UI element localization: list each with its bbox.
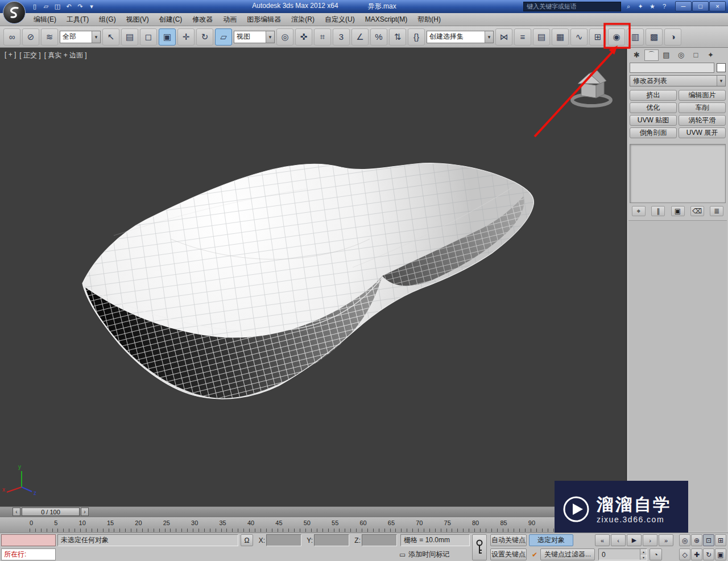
menu-graph-editors[interactable]: 图形编辑器 — [242, 13, 286, 26]
schematic-view-icon[interactable]: ⊞ — [589, 28, 606, 46]
go-to-end-icon[interactable]: » — [659, 534, 673, 546]
show-end-result-icon[interactable]: ∥ — [651, 206, 665, 216]
snaps-toggle-icon[interactable]: 3 — [333, 28, 350, 46]
lathe-button[interactable]: 车削 — [679, 102, 726, 113]
use-pivot-point-center-icon[interactable]: ◎ — [276, 28, 293, 46]
coord-y-field[interactable] — [314, 534, 349, 546]
minimize-button[interactable]: ─ — [675, 1, 692, 11]
menu-modifiers[interactable]: 修改器 — [187, 13, 218, 26]
redo-icon[interactable]: ↷ — [75, 2, 85, 11]
perspective-viewport[interactable]: [ + ] [ 正交 ] [ 真实 + 边面 ] — [0, 48, 627, 506]
coord-z-field[interactable] — [362, 534, 397, 546]
spinner-up-icon[interactable]: ▴ — [640, 549, 647, 555]
coord-x-field[interactable] — [266, 534, 301, 546]
menu-help[interactable]: 帮助(H) — [412, 13, 446, 26]
render-setup-icon[interactable]: ▥ — [627, 28, 644, 46]
close-button[interactable]: × — [709, 1, 726, 11]
menu-create[interactable]: 创建(C) — [154, 13, 188, 26]
pan-view-icon[interactable]: ✚ — [691, 548, 702, 560]
object-name-field[interactable] — [630, 63, 714, 73]
keyboard-shortcut-override-icon[interactable]: ⌗ — [314, 28, 331, 46]
optimize-button[interactable]: 优化 — [630, 102, 677, 113]
menu-customize[interactable]: 自定义(U) — [320, 13, 360, 26]
open-file-icon[interactable]: ▱ — [41, 2, 51, 11]
tab-hierarchy[interactable]: ▤ — [659, 50, 673, 61]
graphite-modeling-tools-icon[interactable]: ▦ — [552, 28, 569, 46]
tab-motion[interactable]: ◎ — [674, 50, 688, 61]
zoom-all-icon[interactable]: ⊕ — [691, 534, 702, 546]
select-object-icon[interactable]: ↖ — [102, 28, 119, 46]
viewcube-home-icon[interactable] — [572, 71, 611, 106]
selection-filter-dropdown[interactable]: 全部 ▾ — [60, 31, 101, 43]
select-and-move-icon[interactable]: ✛ — [177, 28, 195, 46]
mirror-icon[interactable]: ⋈ — [495, 28, 512, 46]
next-frame-icon[interactable]: › — [643, 534, 657, 546]
rectangular-selection-region-icon[interactable]: ◻ — [140, 28, 157, 46]
reference-coordinate-system-dropdown[interactable]: 视图 ▾ — [234, 31, 275, 43]
tab-modify[interactable]: ⌒ — [644, 50, 659, 61]
select-and-scale-icon[interactable]: ▱ — [215, 28, 232, 46]
select-and-link-icon[interactable]: ∞ — [3, 28, 20, 46]
edit-patch-button[interactable]: 编辑面片 — [679, 90, 726, 101]
menu-views[interactable]: 视图(V) — [121, 13, 154, 26]
go-to-start-icon[interactable]: « — [595, 534, 610, 546]
zoom-extents-all-icon[interactable]: ⊞ — [715, 534, 726, 546]
object-color-swatch[interactable] — [717, 63, 726, 72]
previous-frame-slider-button[interactable]: ‹ — [13, 508, 20, 516]
set-key-button[interactable] — [472, 534, 487, 560]
extrude-button[interactable]: 挤出 — [630, 90, 677, 101]
tab-display[interactable]: □ — [689, 50, 703, 61]
angle-snap-toggle-icon[interactable]: ∠ — [351, 28, 369, 46]
material-editor-icon[interactable]: ◉ — [608, 28, 625, 46]
spinner-snap-toggle-icon[interactable]: ⇅ — [389, 28, 406, 46]
maxscript-mini-listener-bottom[interactable]: 所在行: — [1, 548, 56, 560]
menu-edit[interactable]: 编辑(E) — [28, 13, 61, 26]
previous-frame-icon[interactable]: ‹ — [611, 534, 626, 546]
bevel-profile-button[interactable]: 倒角剖面 — [630, 127, 677, 138]
uvw-unwrap-button[interactable]: UVW 展开 — [679, 127, 726, 138]
turbosmooth-button[interactable]: 涡轮平滑 — [679, 115, 726, 126]
help-icon[interactable]: ? — [659, 2, 669, 11]
menu-rendering[interactable]: 渲染(R) — [286, 13, 320, 26]
zoom-region-icon[interactable]: ◇ — [679, 548, 690, 560]
key-filters-button[interactable]: 关键点过滤器... — [540, 548, 595, 560]
new-scene-icon[interactable]: ▯ — [30, 2, 40, 11]
time-slider-handle[interactable]: 0 / 100 — [22, 508, 80, 516]
set-keys-button[interactable]: 设置关键点 — [490, 548, 527, 560]
modifier-list-dropdown[interactable]: 修改器列表 ▾ — [630, 75, 726, 86]
3dsmax-logo[interactable] — [3, 1, 26, 24]
current-frame-field[interactable]: 0 ▴ ▾ — [598, 548, 647, 560]
uvw-map-button[interactable]: UVW 贴图 — [630, 115, 677, 126]
modifier-stack-list[interactable] — [630, 144, 726, 203]
save-file-icon[interactable]: ◫ — [52, 2, 63, 11]
maximize-button[interactable]: □ — [692, 1, 709, 11]
favorites-icon[interactable]: ★ — [647, 2, 657, 11]
menu-tools[interactable]: 工具(T) — [61, 13, 94, 26]
selected-objects-key-mode-button[interactable]: 选定对象 — [529, 534, 573, 546]
bind-to-space-warp-icon[interactable]: ≋ — [41, 28, 58, 46]
menu-group[interactable]: 组(G) — [94, 13, 121, 26]
select-by-name-icon[interactable]: ▤ — [121, 28, 138, 46]
remove-modifier-icon[interactable]: ⌫ — [690, 206, 704, 216]
unlink-selection-icon[interactable]: ⊘ — [22, 28, 39, 46]
zoom-icon[interactable]: ◎ — [679, 534, 690, 546]
time-configuration-icon[interactable]: ◔ — [650, 548, 662, 560]
align-icon[interactable]: ≡ — [514, 28, 531, 46]
quick-access-dropdown-icon[interactable]: ▾ — [86, 2, 97, 11]
tab-utilities[interactable]: ✦ — [704, 50, 718, 61]
configure-modifier-sets-icon[interactable]: ≣ — [710, 206, 723, 216]
select-and-rotate-icon[interactable]: ↻ — [196, 28, 213, 46]
make-unique-icon[interactable]: ▣ — [671, 206, 685, 216]
search-icon[interactable]: ⌕ — [623, 2, 634, 11]
render-production-icon[interactable]: ◑ — [664, 28, 681, 46]
layer-manager-icon[interactable]: ▤ — [533, 28, 550, 46]
track-bar[interactable]: 0510152025303540455055606570758085909510… — [0, 517, 627, 533]
auto-key-button[interactable]: 自动关键点 — [490, 534, 527, 546]
menu-animation[interactable]: 动画 — [218, 13, 242, 26]
menu-maxscript[interactable]: MAXScript(M) — [360, 13, 413, 26]
time-slider-track[interactable]: ‹ 0 / 100 › — [0, 506, 627, 517]
maxscript-mini-listener-top[interactable] — [1, 534, 56, 546]
add-time-tag[interactable]: ▭ 添加时间标记 — [399, 548, 449, 560]
next-frame-slider-button[interactable]: › — [81, 508, 89, 516]
spinner-down-icon[interactable]: ▾ — [640, 555, 647, 560]
